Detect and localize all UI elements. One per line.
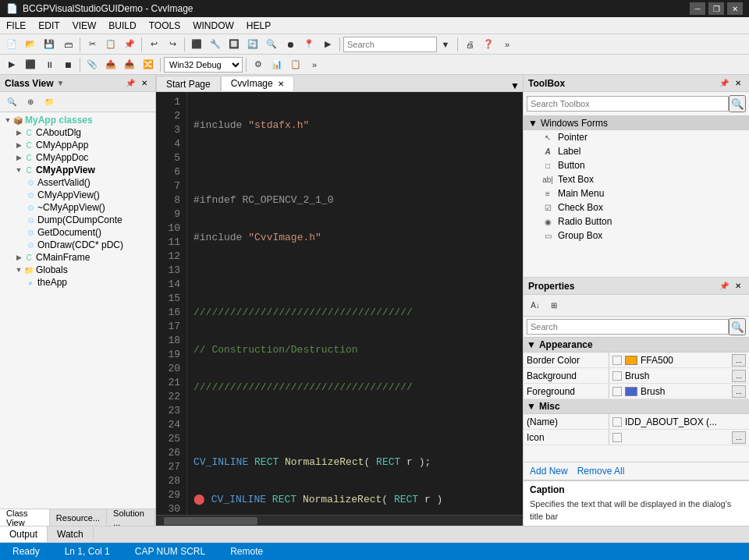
tb-btn-1[interactable]: ⬛	[188, 36, 205, 53]
tb-btn-6[interactable]: ⏺	[282, 36, 299, 53]
toolbox-item-mainmenu[interactable]: ≡ Main Menu	[524, 186, 749, 200]
exp-cmyappview[interactable]: ▼	[14, 166, 23, 174]
tb2-btn7[interactable]: 📥	[121, 56, 138, 73]
toolbox-item-radiobutton[interactable]: ◉ Radio Button	[524, 214, 749, 229]
toolbox-close-button[interactable]: ✕	[732, 77, 744, 90]
toolbox-item-textbox[interactable]: ab| Text Box	[524, 172, 749, 186]
tb-btn-5[interactable]: 🔍	[263, 36, 280, 53]
cut-button[interactable]: ✂	[83, 36, 101, 53]
tree-cmyappdoc[interactable]: ▶ C CMyAppDoc	[0, 151, 155, 164]
tb2-btn10[interactable]: 📊	[268, 56, 286, 73]
prop-icon-value[interactable]: ...	[609, 430, 749, 445]
tree-cmainframe[interactable]: ▶ C CMainFrame	[0, 251, 155, 264]
toolbox-item-button[interactable]: □ Button	[524, 158, 749, 172]
tree-globals[interactable]: ▼ 📁 Globals	[0, 264, 155, 276]
cv-btn3[interactable]: 📁	[41, 94, 58, 111]
props-search-icon[interactable]: 🔍	[729, 318, 746, 335]
tb2-btn4[interactable]: ⏹	[59, 56, 76, 73]
code-horizontal-scrollbar[interactable]	[156, 515, 523, 526]
tree-getdocument[interactable]: ⚙ GetDocument()	[0, 226, 155, 239]
prop-category-misc[interactable]: ▼ Misc	[524, 399, 749, 414]
tree-assertvalid[interactable]: ⚙ AssertValid()	[0, 176, 155, 189]
tree-theapp[interactable]: ● theApp	[0, 276, 155, 289]
prop-background-value[interactable]: Brush ...	[609, 368, 749, 383]
minimize-button[interactable]: ─	[690, 2, 705, 15]
tab-dropdown-button[interactable]: ▼	[507, 80, 523, 91]
pin-button[interactable]: 📌	[124, 77, 137, 90]
tab-cvvimage[interactable]: CvvImage ✕	[221, 76, 294, 91]
tree-root[interactable]: ▼ 📦 MyApp classes	[0, 114, 155, 126]
tb-btn-2[interactable]: 🔧	[207, 36, 224, 53]
prop-bordercolor-btn[interactable]: ...	[732, 354, 746, 367]
code-content[interactable]: #include "stdafx.h" #ifndef RC_OPENCV_2_…	[187, 92, 523, 515]
tb2-btn8[interactable]: 🔀	[140, 56, 157, 73]
prop-category-appearance[interactable]: ▼ Appearance	[524, 338, 749, 353]
toolbox-search-input[interactable]	[527, 96, 729, 112]
exp-cmainframe[interactable]: ▶	[14, 253, 23, 261]
prop-foreground-btn[interactable]: ...	[732, 385, 746, 398]
toolbox-item-groupbox[interactable]: ▭ Group Box	[524, 229, 749, 243]
tb-extra[interactable]: »	[499, 36, 516, 53]
code-area[interactable]: 1 2 3 4 5 6 7 8 9 10 11 12 13 14 15 16 1…	[156, 92, 523, 515]
tab-resource[interactable]: Resource...	[50, 509, 107, 526]
prop-name-value[interactable]: IDD_ABOUT_BOX (...	[609, 414, 749, 429]
tb2-btn3[interactable]: ⏸	[41, 56, 58, 73]
tree-cmyappviewdtor[interactable]: ⚙ ~CMyAppView()	[0, 201, 155, 214]
menu-file[interactable]: FILE	[0, 17, 32, 34]
props-sort-button[interactable]: A↓	[527, 297, 544, 314]
tb2-btn2[interactable]: ⬛	[22, 56, 39, 73]
copy-button[interactable]: 📋	[102, 36, 119, 53]
add-new-link[interactable]: Add New	[530, 466, 568, 477]
new-file-button[interactable]: 📄	[3, 36, 20, 53]
panel-close-button[interactable]: ✕	[138, 77, 151, 90]
exp-cmyappapp[interactable]: ▶	[14, 141, 23, 149]
tb2-btn9[interactable]: ⚙	[250, 56, 267, 73]
tb2-btn5[interactable]: 📎	[83, 56, 101, 73]
tree-ondraw[interactable]: ⚙ OnDraw(CDC* pDC)	[0, 239, 155, 251]
tb-btn-8[interactable]: ▶	[319, 36, 336, 53]
save-all-button[interactable]: 🗃	[59, 36, 76, 53]
props-search-input[interactable]	[527, 319, 729, 335]
help-button[interactable]: ❓	[480, 36, 497, 53]
tree-caboutdlg[interactable]: ▶ C CAboutDlg	[0, 126, 155, 139]
cv-btn2[interactable]: ⊕	[22, 94, 39, 111]
config-dropdown[interactable]: Win32 Debug Win32 Release	[164, 57, 243, 73]
restore-button[interactable]: ❐	[708, 2, 724, 15]
tb2-btn1[interactable]: ▶	[3, 56, 20, 73]
paste-button[interactable]: 📌	[121, 36, 138, 53]
undo-button[interactable]: ↩	[145, 36, 162, 53]
menu-window[interactable]: WINDOW	[186, 17, 240, 34]
tb-btn-3[interactable]: 🔲	[225, 36, 243, 53]
tb2-btn11[interactable]: 📋	[287, 56, 304, 73]
search-input[interactable]	[343, 37, 437, 52]
close-button[interactable]: ✕	[727, 2, 743, 15]
tab-watch[interactable]: Watch	[48, 526, 94, 542]
props-pin-button[interactable]: 📌	[718, 280, 730, 292]
prop-bordercolor-checkbox[interactable]	[612, 356, 622, 365]
prop-background-checkbox[interactable]	[612, 371, 622, 381]
print-button[interactable]: 🖨	[461, 36, 478, 53]
expand-root[interactable]: ▼	[3, 116, 12, 124]
toolbox-search-icon[interactable]: 🔍	[729, 95, 746, 112]
tree-cmyappapp[interactable]: ▶ C CMyAppApp	[0, 139, 155, 151]
exp-globals[interactable]: ▼	[14, 266, 23, 274]
tab-classview[interactable]: Class View	[0, 509, 50, 526]
tree-dump[interactable]: ⚙ Dump(CDumpConte	[0, 214, 155, 226]
redo-button[interactable]: ↪	[164, 36, 181, 53]
prop-icon-btn[interactable]: ...	[732, 431, 746, 444]
menu-help[interactable]: HELP	[240, 17, 277, 34]
search-icon[interactable]: ▼	[437, 36, 454, 53]
save-button[interactable]: 💾	[41, 36, 58, 53]
tab-output[interactable]: Output	[0, 526, 48, 542]
prop-bordercolor-value[interactable]: FFA500 ...	[609, 353, 749, 367]
menu-build[interactable]: BUILD	[102, 17, 142, 34]
toolbox-item-checkbox[interactable]: ☑ Check Box	[524, 200, 749, 214]
tb2-extra[interactable]: »	[306, 56, 323, 73]
menu-edit[interactable]: EDIT	[32, 17, 66, 34]
tree-cmyappviewctor[interactable]: ⚙ CMyAppView()	[0, 189, 155, 201]
code-hscroll-thumb[interactable]	[164, 517, 257, 525]
prop-foreground-value[interactable]: Brush ...	[609, 384, 749, 399]
exp-cabout[interactable]: ▶	[14, 129, 23, 136]
menu-tools[interactable]: TOOLS	[143, 17, 186, 34]
tree-cmyappview[interactable]: ▼ C CMyAppView	[0, 164, 155, 176]
